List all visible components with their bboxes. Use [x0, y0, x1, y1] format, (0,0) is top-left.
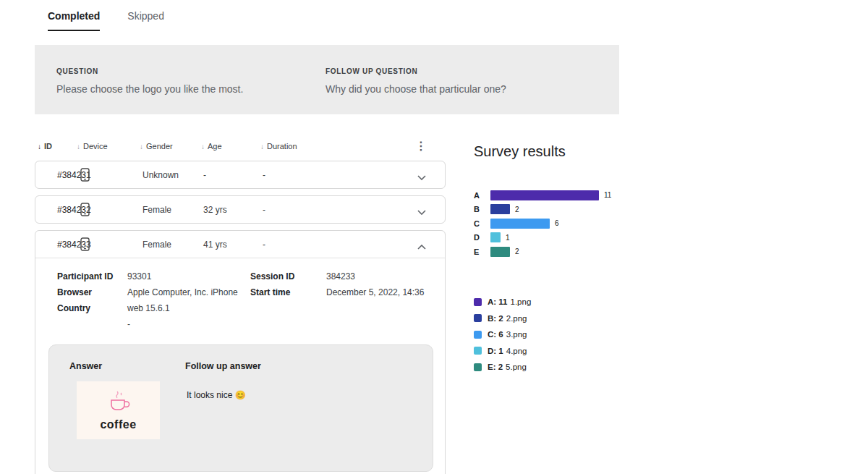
legend-label: A: 11 [488, 297, 508, 306]
browser-value: Apple Computer, Inc. iPhone [127, 284, 238, 300]
column-header-duration[interactable]: ↓ Duration [260, 142, 297, 151]
question-column: QUESTION Please choose the logo you like… [56, 67, 243, 95]
row-gender: Unknown [142, 161, 179, 189]
column-header-label: Age [208, 142, 222, 151]
bar [490, 204, 510, 214]
row-gender: Female [142, 231, 171, 258]
column-header-label: Duration [267, 142, 297, 151]
legend-item: D: 14.png [474, 343, 531, 360]
table-row-expanded: #384233 Female 41 yrs - Participant ID 9… [35, 230, 446, 474]
row-summary[interactable]: #384233 Female 41 yrs - [35, 231, 445, 258]
chevron-up-icon[interactable] [417, 242, 426, 252]
legend-item: B: 22.png [474, 310, 531, 327]
chart-legend: A: 111.pngB: 22.pngC: 63.pngD: 14.pngE: … [474, 294, 531, 376]
session-id-value: 384233 [326, 268, 355, 284]
legend-file: 1.png [511, 297, 532, 306]
bar-row: D1 [474, 231, 778, 245]
bar [490, 247, 510, 257]
legend-item: C: 63.png [474, 326, 531, 343]
column-header-label: ID [44, 142, 52, 151]
chevron-down-icon[interactable] [417, 207, 426, 217]
bar [490, 190, 599, 200]
column-header-label: Gender [146, 142, 173, 151]
survey-results-title: Survey results [474, 143, 566, 160]
browser-label: Browser [57, 284, 92, 300]
bar-category-label: C [474, 219, 490, 228]
participant-details: Participant ID 93301 Session ID 384233 B… [35, 260, 445, 341]
bar-value-label: 1 [506, 234, 510, 242]
followup-question-label: FOLLOW UP QUESTION [326, 67, 506, 75]
country-extra-value: - [127, 316, 130, 332]
answer-panel: Answer Follow up answer coffee It looks … [48, 344, 433, 472]
phone-icon [80, 203, 90, 219]
participant-id-value: 93301 [127, 268, 151, 284]
bar-value-label: 6 [555, 219, 559, 227]
bar-row: A11 [474, 188, 778, 203]
question-summary-panel: QUESTION Please choose the logo you like… [35, 45, 619, 114]
bar-category-label: E [474, 247, 490, 256]
kebab-menu-icon[interactable]: ⋮ [415, 139, 427, 153]
legend-item: A: 111.png [474, 294, 531, 310]
bar [490, 232, 501, 242]
column-header-age[interactable]: ↓ Age [201, 142, 222, 151]
bar-row: C6 [474, 216, 778, 231]
column-header-device[interactable]: ↓ Device [77, 142, 108, 151]
bar-row: B2 [474, 203, 778, 217]
followup-question-column: FOLLOW UP QUESTION Why did you choose th… [326, 67, 506, 95]
tab-completed[interactable]: Completed [48, 10, 100, 31]
legend-file: 4.png [506, 347, 527, 355]
bar-row: E2 [474, 245, 778, 259]
sort-icon: ↓ [38, 143, 41, 151]
column-header-label: Device [83, 142, 108, 151]
legend-label: D: 1 [488, 347, 503, 355]
followup-question-text: Why did you choose that particular one? [326, 83, 506, 95]
tab-bar: Completed Skipped [48, 10, 164, 31]
sort-icon: ↓ [77, 143, 80, 151]
logo-text: coffee [100, 418, 136, 431]
answer-label: Answer [69, 361, 102, 371]
sort-icon: ↓ [201, 143, 205, 151]
legend-file: 2.png [506, 314, 527, 323]
row-summary[interactable]: #384232 Female 32 yrs - [35, 196, 445, 224]
table-row: #384231 Unknown - - [35, 161, 446, 189]
participant-id-label: Participant ID [57, 268, 113, 284]
table-row: #384232 Female 32 yrs - [35, 195, 446, 224]
answer-image-thumbnail[interactable]: coffee [77, 381, 160, 439]
tab-skipped[interactable]: Skipped [127, 10, 164, 31]
legend-swatch-icon [474, 363, 482, 371]
question-text: Please choose the logo you like the most… [56, 83, 243, 95]
row-duration: - [263, 196, 265, 224]
bar-value-label: 2 [515, 206, 519, 213]
start-time-label: Start time [250, 284, 290, 300]
question-label: QUESTION [56, 67, 243, 75]
followup-answer-text: It looks nice 😊 [187, 390, 246, 400]
row-summary[interactable]: #384231 Unknown - - [35, 161, 445, 189]
legend-item: E: 25.png [474, 359, 531, 376]
bar-category-label: A [474, 191, 490, 200]
coffee-cup-icon [102, 390, 135, 418]
phone-icon [80, 237, 90, 253]
table-header: ↓ ID ↓ Device ↓ Gender ↓ Age ↓ Duration … [35, 142, 446, 155]
row-gender: Female [142, 196, 171, 224]
column-header-gender[interactable]: ↓ Gender [140, 142, 173, 151]
followup-answer-label: Follow up answer [185, 361, 261, 371]
row-age: - [203, 161, 206, 189]
start-time-value: December 5, 2022, 14:36 [326, 284, 424, 300]
bar-category-label: D [474, 233, 490, 242]
bar-category-label: B [474, 205, 490, 213]
legend-swatch-icon [474, 314, 482, 322]
phone-icon [80, 168, 90, 184]
bar-chart: A11B2C6D1E2 [474, 188, 778, 259]
row-age: 32 yrs [203, 196, 227, 224]
legend-label: B: 2 [488, 314, 503, 323]
country-value: web 15.6.1 [127, 300, 170, 316]
legend-label: C: 6 [488, 330, 503, 339]
legend-swatch-icon [474, 298, 482, 306]
row-duration: - [263, 231, 265, 258]
chevron-down-icon[interactable] [417, 172, 426, 182]
column-header-id[interactable]: ↓ ID [38, 142, 52, 151]
legend-file: 5.png [506, 363, 527, 371]
sort-icon: ↓ [140, 143, 143, 151]
row-duration: - [263, 161, 265, 189]
legend-swatch-icon [474, 331, 482, 339]
